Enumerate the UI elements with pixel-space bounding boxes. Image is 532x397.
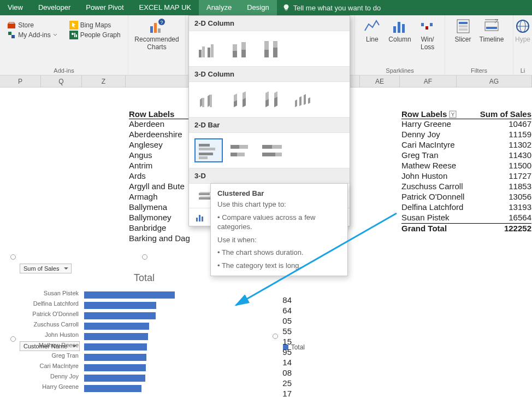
customer-name-cell: Zuschuss Carroll xyxy=(401,182,471,192)
column-header[interactable]: AE xyxy=(360,75,400,87)
column-header[interactable]: Z xyxy=(82,75,126,87)
chart-bar-row xyxy=(84,331,193,341)
chart-clustered-column[interactable] xyxy=(194,37,223,61)
svg-point-5 xyxy=(72,33,74,35)
timeline-button[interactable]: Timeline xyxy=(480,17,504,44)
customer-name-cell: Harry Greene xyxy=(401,119,471,130)
chart-bar[interactable] xyxy=(84,364,146,371)
customer-name-cell: Cari MacIntyre xyxy=(401,140,471,150)
pivot-chart[interactable]: Sum of Sales Customer Name Total Susan P… xyxy=(13,257,275,397)
table-row[interactable]: Cari MacIntyre11302 xyxy=(401,140,531,150)
table-row[interactable]: Zuschuss Carroll11853 xyxy=(401,182,531,192)
tab-analyze[interactable]: Analyze xyxy=(199,0,239,15)
chart-bar[interactable] xyxy=(84,375,145,382)
table-row[interactable]: Denny Joy11159 xyxy=(401,130,531,140)
chart-bar[interactable] xyxy=(84,385,141,392)
partial-cell: 08 xyxy=(276,368,292,378)
partial-cell: 25 xyxy=(276,378,292,389)
sparkline-line-button[interactable]: Line xyxy=(363,17,381,44)
chart-stacked-column[interactable] xyxy=(226,37,255,61)
pivot-right-hdr-b[interactable]: Sum of Sales xyxy=(471,109,531,119)
svg-rect-60 xyxy=(230,145,239,149)
pivot-row-label[interactable]: Ards xyxy=(129,171,196,182)
tab-power-pivot[interactable]: Power Pivot xyxy=(78,0,131,15)
sparkline-column-button[interactable]: Column xyxy=(388,17,411,44)
chart-3d-100-stacked-column[interactable] xyxy=(258,87,286,112)
hyperlink-button[interactable]: Hype xyxy=(514,17,531,44)
chart-3d-clustered-column[interactable] xyxy=(194,87,223,112)
chart-stacked-bar[interactable] xyxy=(226,138,255,162)
tab-excel-map-uk[interactable]: EXCEL MAP UK xyxy=(132,0,199,15)
sparkline-winloss-button[interactable]: Win/ Loss xyxy=(419,17,436,51)
svg-rect-7 xyxy=(76,34,77,37)
column-header[interactable]: Q xyxy=(41,75,82,87)
legend-label: Total xyxy=(291,343,305,351)
bing-maps-button[interactable]: Bing Maps xyxy=(69,21,121,30)
chart-bar[interactable] xyxy=(84,302,156,309)
tab-developer[interactable]: Developer xyxy=(31,0,78,15)
recommended-charts-button[interactable]: ? Recommended Charts xyxy=(134,17,179,51)
pivot-right-hdr-labels[interactable]: Row Labels xyxy=(401,109,471,119)
pivot-row-label[interactable]: Angus xyxy=(129,150,196,161)
lightbulb-icon xyxy=(282,4,290,11)
chart-bar[interactable] xyxy=(84,323,149,330)
table-row[interactable]: Delfina Latchford13193 xyxy=(401,202,531,213)
table-row[interactable]: Greg Tran11430 xyxy=(401,150,531,161)
svg-rect-70 xyxy=(199,215,200,221)
chart-bar[interactable] xyxy=(84,333,148,340)
my-addins-label: My Add-ins xyxy=(18,31,50,39)
chart-category-label: Denny Joy xyxy=(8,373,79,380)
pivot-row-label[interactable]: Ballymoney xyxy=(129,213,196,223)
store-button[interactable]: Store xyxy=(7,21,57,30)
sort-filter-icon[interactable] xyxy=(449,110,457,118)
svg-rect-22 xyxy=(459,28,468,31)
pivot-row-label[interactable]: Antrim xyxy=(129,161,196,171)
my-addins-button[interactable]: My Add-ins xyxy=(7,31,57,39)
svg-rect-17 xyxy=(425,26,428,30)
chart-100-stacked-column[interactable] xyxy=(258,37,286,61)
pivot-row-label[interactable]: Aberdeenshire xyxy=(129,130,196,140)
pivot-row-label[interactable]: Anglesey xyxy=(129,140,196,150)
tab-design[interactable]: Design xyxy=(239,0,276,15)
pivot-left-header[interactable]: Row Labels xyxy=(129,109,196,119)
sales-value-cell: 11159 xyxy=(471,130,531,140)
bing-maps-label: Bing Maps xyxy=(80,21,111,29)
chart-handle[interactable] xyxy=(10,254,16,260)
tell-me-search[interactable]: Tell me what you want to do xyxy=(277,4,386,12)
chart-bar[interactable] xyxy=(84,291,175,299)
table-row[interactable]: Patrick O'Donnell13056 xyxy=(401,192,531,202)
chart-title[interactable]: Total xyxy=(134,272,155,284)
chart-handle[interactable] xyxy=(142,254,147,260)
table-row[interactable]: Harry Greene10467 xyxy=(401,119,531,130)
customer-name-cell: Patrick O'Donnell xyxy=(401,192,471,202)
chart-category-label: Harry Greene xyxy=(8,383,79,390)
pivot-row-label[interactable]: Banbridge xyxy=(129,223,196,233)
pivot-row-label[interactable]: Barking and Dag xyxy=(129,233,196,244)
chart-3d-column[interactable] xyxy=(289,87,318,112)
group-charts: ? Recommended Charts xyxy=(128,15,186,75)
chart-3d-stacked-column[interactable] xyxy=(226,87,255,112)
slicer-button[interactable]: Slicer xyxy=(454,17,472,44)
table-row[interactable]: John Huston11727 xyxy=(401,171,531,182)
tab-view[interactable]: View xyxy=(0,0,31,15)
pivot-row-label[interactable]: Armagh xyxy=(129,192,196,202)
chart-bar[interactable] xyxy=(84,312,156,319)
sl-line-label: Line xyxy=(366,36,379,44)
chart-bar-row xyxy=(84,342,193,352)
pivot-row-label[interactable]: Argyll and Bute xyxy=(129,182,196,192)
column-header[interactable]: AF xyxy=(400,75,457,87)
field-sum-of-sales[interactable]: Sum of Sales xyxy=(20,264,72,273)
table-row[interactable]: Mathew Reese11500 xyxy=(401,161,531,171)
chart-clustered-bar[interactable] xyxy=(194,138,223,162)
column-header[interactable]: P xyxy=(0,75,41,87)
svg-rect-14 xyxy=(398,22,400,33)
chart-bar[interactable] xyxy=(84,354,146,361)
pivot-row-label[interactable]: Ballymena xyxy=(129,202,196,213)
column-header[interactable]: AG xyxy=(457,75,532,87)
pivot-right-hdr-a: Row Labels xyxy=(401,109,447,119)
pivot-row-label[interactable]: Aberdeen xyxy=(129,119,196,130)
table-row[interactable]: Susan Pistek16564 xyxy=(401,213,531,223)
chart-bar[interactable] xyxy=(84,343,147,351)
people-graph-button[interactable]: People Graph xyxy=(69,31,121,39)
chart-100-stacked-bar[interactable] xyxy=(258,138,286,162)
